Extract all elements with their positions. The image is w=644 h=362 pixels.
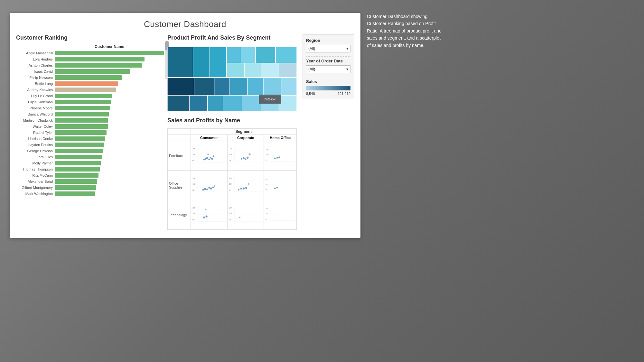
bar-fill — [55, 167, 100, 172]
svg-text:10K: 10K — [192, 213, 196, 215]
year-dropdown[interactable]: (All) ▾ — [306, 65, 350, 73]
bar-container — [55, 100, 164, 104]
bar-label: Gilbert Montgomery — [16, 186, 55, 190]
bar-row: Thomas Thompson — [16, 166, 164, 172]
bar-container — [55, 149, 164, 153]
bar-container — [55, 69, 164, 74]
bar-label: Bettie Lang — [16, 82, 55, 86]
scatter-plot-furniture-consumer: 20K 10K 0K — [192, 142, 226, 169]
svg-rect-12 — [194, 78, 214, 95]
svg-point-41 — [207, 153, 209, 155]
sales-gradient — [306, 86, 350, 90]
description-text: Customer Dashboard showing Customer Rank… — [367, 14, 442, 48]
dropdown-arrow-year-icon: ▾ — [346, 67, 348, 71]
bar-fill — [55, 124, 108, 129]
svg-point-85 — [248, 183, 249, 185]
bar-container — [55, 51, 164, 55]
svg-rect-13 — [214, 78, 230, 95]
bar-label: Isaac David — [16, 70, 55, 73]
bar-row: Elijah Sodeman — [16, 99, 164, 105]
category-furniture: Furniture — [168, 141, 191, 171]
bar-row: Alexander Bond — [16, 179, 164, 184]
bar-container — [55, 88, 164, 92]
category-office-supplies: Office Supplies — [168, 171, 191, 200]
svg-rect-14 — [230, 78, 247, 95]
bar-label: Walter Coley — [16, 125, 55, 128]
bar-fill — [55, 112, 109, 116]
svg-point-102 — [205, 216, 207, 218]
svg-rect-19 — [190, 95, 207, 111]
bar-container — [55, 57, 164, 61]
scatter-cell-tech-consumer: 20K 10K 0K — [191, 200, 227, 230]
svg-point-49 — [243, 157, 245, 159]
bar-chart-area: Angie MassengillLola HughesAshton Charle… — [16, 50, 164, 197]
bar-fill — [55, 69, 130, 74]
category-technology: Technology — [168, 200, 191, 230]
bar-container — [55, 75, 164, 80]
svg-point-59 — [274, 158, 276, 159]
bar-row: Lilly Le Grand — [16, 93, 164, 99]
customer-ranking-panel: Customer Ranking Customer Name Angie Mas… — [16, 34, 164, 230]
bar-row: Lola Hughes — [16, 56, 164, 62]
scatter-cell-furniture-corporate: 20K 10K 0K — [227, 141, 264, 171]
svg-text:20K: 20K — [266, 208, 268, 209]
col-corporate: Corporate — [227, 135, 264, 141]
svg-point-38 — [210, 157, 211, 158]
bar-row: Rita McCann — [16, 172, 164, 178]
segment-header: Segment — [191, 129, 296, 135]
bar-container — [55, 112, 164, 116]
svg-rect-8 — [244, 63, 261, 78]
svg-rect-9 — [261, 63, 279, 78]
svg-point-48 — [241, 158, 242, 160]
svg-text:0K: 0K — [229, 160, 231, 162]
bar-row: Harrison Cooke — [16, 136, 164, 142]
bar-container — [55, 143, 164, 147]
svg-point-83 — [243, 187, 245, 189]
svg-text:20K: 20K — [266, 178, 268, 180]
bar-label: Philip Newsom — [16, 76, 55, 79]
bar-label: Hayden Perkins — [16, 143, 55, 147]
svg-rect-24 — [279, 95, 297, 111]
scatter-plot-office-homeoffice: 20K 10K 0K — [265, 171, 295, 199]
svg-point-37 — [208, 158, 210, 160]
svg-text:0K: 0K — [266, 159, 267, 161]
scatter-table: Segment Consumer Corporate Home Office F… — [167, 128, 297, 230]
svg-point-34 — [203, 159, 205, 161]
filter-divider-1 — [306, 56, 350, 57]
svg-text:10K: 10K — [229, 213, 232, 215]
table-row: Office Supplies 20K 10K 0K — [168, 171, 297, 200]
region-dropdown[interactable]: (All) ▾ — [306, 45, 350, 52]
bar-fill — [55, 130, 107, 135]
svg-point-51 — [247, 157, 248, 159]
bar-label: Audrey Knowles — [16, 88, 55, 92]
scatter-plot-tech-consumer: 20K 10K 0K — [192, 201, 226, 228]
bar-row: George Dawson — [16, 148, 164, 154]
svg-point-39 — [211, 158, 213, 160]
bar-label: Harrison Cooke — [16, 137, 55, 141]
sales-min: 8,548 — [306, 92, 315, 96]
svg-rect-10 — [279, 63, 297, 78]
bar-container — [55, 155, 164, 159]
bar-container — [55, 136, 164, 141]
scatter-plot-office-corporate: 20K 10K 0K — [229, 171, 262, 199]
svg-point-109 — [239, 217, 240, 218]
bar-label: Bianca Whitford — [16, 112, 55, 116]
region-label: Region — [306, 38, 350, 43]
bar-row: Hayden Perkins — [16, 142, 164, 148]
svg-point-93 — [276, 187, 278, 188]
svg-rect-1 — [193, 47, 210, 78]
dropdown-arrow-icon: ▾ — [346, 46, 348, 51]
bar-label: Angie Massengill — [16, 51, 55, 55]
svg-point-71 — [208, 187, 210, 189]
sales-label: Sales — [306, 79, 350, 84]
scatter-plot-tech-homeoffice: 20K 10K 0K — [265, 201, 295, 228]
svg-text:10K: 10K — [266, 213, 268, 215]
dashboard-title: Customer Dashboard — [16, 19, 354, 29]
scatter-cell-tech-corporate: 20K 10K 0K — [227, 200, 264, 230]
bar-row: Bianca Whitford — [16, 111, 164, 117]
svg-point-68 — [202, 189, 204, 191]
bar-fill — [55, 57, 145, 61]
svg-text:2 negative: 2 negative — [264, 97, 275, 101]
scatter-cell-office-homeoffice: 20K 10K 0K — [264, 171, 297, 200]
svg-text:20K: 20K — [229, 207, 232, 209]
